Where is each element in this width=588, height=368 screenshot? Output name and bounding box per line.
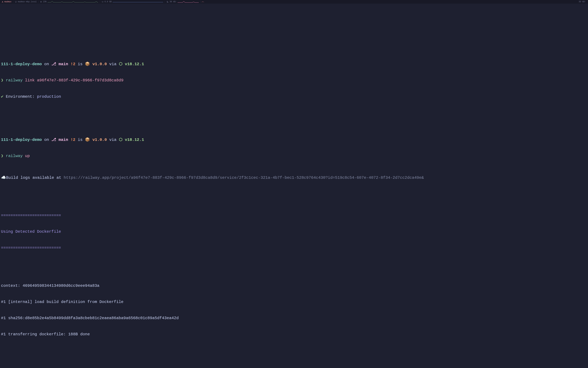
cmd-binary: railway	[6, 78, 23, 83]
context-line: context: 469649598344134980d6cc9eee94a83…	[1, 283, 587, 288]
status-cpu: 23%	[38, 0, 100, 4]
text-on: on	[42, 138, 51, 142]
status-net-down-label: 30 kB↓	[170, 0, 177, 3]
git-branch: main	[56, 138, 68, 142]
monitor-icon	[15, 1, 17, 3]
status-mem: 6.8 GB	[100, 0, 165, 4]
build-step: #1 sha256:d8e85b2e4a5b8499dd8fa3a8cbeb81…	[1, 315, 587, 321]
status-net-up: 30 kB↑	[577, 0, 588, 4]
command-line-1: ❯ railway link a96f47e7-883f-429c-8966-f…	[1, 78, 587, 83]
net-down-sparkline	[178, 1, 199, 3]
package-icon: 📦	[85, 138, 90, 142]
svg-point-0	[2, 1, 3, 2]
package-version: v1.0.0	[90, 138, 107, 142]
mem-sparkline	[113, 1, 163, 3]
text-is: is	[75, 62, 85, 66]
status-host: madmax-mbp.local	[13, 0, 38, 4]
build-logs-url[interactable]: https://railway.app/project/a96f47e7-883…	[64, 175, 424, 180]
dockerfile-rule: =========================	[1, 245, 587, 250]
cmd-subcommand: up	[23, 154, 30, 158]
status-mem-label: 6.8 GB	[105, 0, 112, 3]
cwd: 111-1-deploy-demo	[1, 62, 42, 66]
cloud-icon: ☁️	[1, 175, 6, 180]
dockerfile-msg: Using Detected Dockerfile	[1, 229, 587, 234]
cwd: 111-1-deploy-demo	[1, 138, 42, 142]
node-version: v18.12.1	[123, 62, 144, 66]
git-dirty: !2	[68, 138, 75, 142]
build-logs-line: ☁️Build logs available at https://railwa…	[1, 175, 587, 180]
status-caret: ︿	[200, 0, 205, 4]
statusbar: madmax madmax-mbp.local 23% 6.8 GB	[0, 0, 588, 4]
status-cpu-label: 23%	[43, 0, 46, 3]
status-host-label: madmax-mbp.local	[18, 0, 36, 3]
caret-up-icon: ︿	[201, 0, 204, 3]
prompt-caret: ❯	[1, 78, 6, 83]
node-icon: ⬡	[119, 138, 123, 142]
prompt-line-1: 111-1-deploy-demo on ⎇ main !2 is 📦 v1.0…	[1, 61, 587, 67]
package-icon: 📦	[85, 62, 90, 66]
text-via: via	[107, 138, 119, 142]
svg-rect-1	[15, 1, 17, 2]
memory-icon	[102, 1, 104, 3]
git-branch-icon: ⎇	[51, 138, 56, 142]
build-step: #1 transferring dockerfile: 188B done	[1, 331, 587, 337]
svg-rect-7	[167, 2, 167, 3]
node-icon: ⬡	[119, 62, 123, 66]
status-user-label: madmax	[4, 0, 11, 3]
node-version: v18.12.1	[123, 138, 144, 142]
cmd-binary: railway	[6, 154, 23, 158]
git-branch-icon: ⎇	[51, 62, 56, 66]
build-logs-label: Build logs available at	[6, 175, 64, 180]
env-value: production	[37, 94, 61, 99]
status-net-down: 30 kB↓	[165, 0, 200, 4]
svg-rect-8	[168, 2, 168, 3]
text-on: on	[42, 62, 51, 66]
cmd-arg: a96f47e7-883f-429c-8966-f97d3d8ca8d9	[35, 78, 124, 83]
command-line-2: ❯ railway up	[1, 153, 587, 159]
dockerfile-rule: =========================	[1, 213, 587, 218]
status-user: madmax	[0, 0, 13, 4]
blank-line	[1, 261, 587, 267]
cmd-subcommand: link	[23, 78, 35, 83]
cpu-sparkline	[47, 1, 98, 3]
git-branch: main	[56, 62, 68, 66]
svg-rect-4	[102, 1, 103, 2]
env-label: Environment:	[6, 94, 37, 99]
check-icon: ✔	[1, 94, 6, 99]
svg-rect-2	[41, 1, 42, 2]
terminal[interactable]: 111-1-deploy-demo on ⎇ main !2 is 📦 v1.0…	[0, 4, 588, 342]
build-step: #1 [internal] load build definition from…	[1, 299, 587, 304]
blank-line	[1, 110, 587, 116]
status-net-up-label: 30 kB↑	[579, 0, 586, 3]
user-icon	[2, 1, 3, 3]
prompt-line-2: 111-1-deploy-demo on ⎇ main !2 is 📦 v1.0…	[1, 137, 587, 142]
network-icon	[167, 1, 169, 3]
prompt-caret: ❯	[1, 154, 6, 158]
git-dirty: !2	[68, 62, 75, 66]
blank-line	[1, 191, 587, 197]
link-output-line: ✔ Environment: production	[1, 94, 587, 99]
package-version: v1.0.0	[90, 62, 107, 66]
text-is: is	[75, 138, 85, 142]
text-via: via	[107, 62, 119, 66]
cpu-icon	[40, 1, 42, 3]
svg-rect-6	[167, 1, 167, 2]
